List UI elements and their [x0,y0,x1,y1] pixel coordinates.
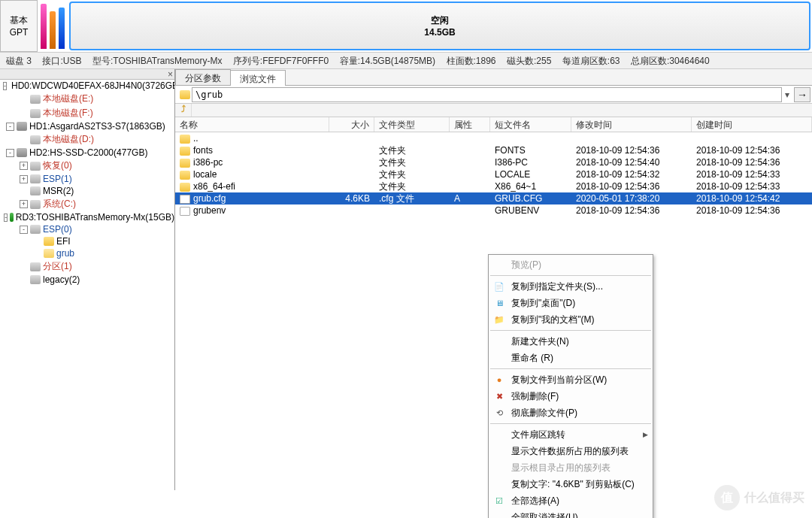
path-input[interactable] [192,87,782,102]
vol-icon [30,200,41,209]
bar-blue-icon [59,8,65,49]
list-item[interactable]: x86_64-efi文件夹X86_64~12018-10-09 12:54:36… [175,180,812,192]
watermark-icon: 值 [714,485,740,510]
tree-node[interactable]: +ESP(1) [0,173,174,185]
tree-node[interactable]: grub [0,247,174,259]
menu-item[interactable]: ●复制文件到当前分区(W) [489,371,653,388]
menu-label: 显示根目录占用的簇列表 [511,462,611,474]
tree-node[interactable]: 本地磁盘(F:) [0,106,174,120]
col-short[interactable]: 短文件名 [490,117,571,132]
menu-label: 复制文件到当前分区(W) [511,374,607,386]
list-item-up[interactable]: .. [175,132,812,144]
go-button[interactable]: → [794,87,810,102]
fldo-icon [44,249,54,258]
col-cre[interactable]: 创建时间 [692,117,812,132]
tree-node[interactable]: +恢复(0) [0,159,174,173]
vol-icon [30,162,41,171]
menu-label: 显示文件数据所占用的簇列表 [511,445,629,458]
col-mod[interactable]: 修改时间 [571,117,692,132]
tree-label: 本地磁盘(D:) [43,133,94,146]
tab-partition-params[interactable]: 分区参数 [175,69,231,85]
tree-node[interactable]: +系统(C:) [0,197,174,211]
menu-item[interactable]: 文件扇区跳转▶ [489,426,653,443]
tab-browse-files[interactable]: 浏览文件 [230,70,286,86]
folder-icon [180,183,190,192]
context-menu: 预览(P)📄复制到指定文件夹(S)...🖥复制到"桌面"(D)📁复制到"我的文档… [488,254,653,518]
tree-node[interactable]: EFI [0,235,174,247]
tree-node[interactable]: legacy(2) [0,274,174,286]
tree-node[interactable]: -ESP(0) [0,223,174,235]
folder-icon [180,90,190,99]
tree-toggle-icon[interactable]: - [6,123,14,131]
list-item[interactable]: fonts文件夹FONTS2018-10-09 12:54:362018-10-… [175,144,812,156]
col-attr[interactable]: 属性 [450,117,490,132]
partition-label: 空闲 [431,14,449,27]
folder-up-icon [180,135,190,144]
tree-toggle-icon[interactable]: + [20,200,28,208]
partition-map[interactable]: 空闲 14.5GB [68,0,812,52]
list-item[interactable]: grubenvGRUBENV2018-10-09 12:54:362018-10… [175,204,812,217]
col-type[interactable]: 文件类型 [374,117,450,132]
menu-item[interactable]: 复制文字: "4.6KB" 到剪贴板(C) [489,476,653,492]
tree-node[interactable]: 本地磁盘(D:) [0,132,174,147]
watermark-text: 什么值得买 [744,490,804,506]
col-name[interactable]: 名称 [175,117,329,132]
menu-item[interactable]: ⟲彻底删除文件(P) [489,404,653,421]
menu-item[interactable]: 📁复制到"我的文档"(M) [489,311,653,328]
tree-label: HD1:AsgardAS2TS3-S7(1863GB) [29,121,165,132]
menu-item[interactable]: 📄复制到指定文件夹(S)... [489,278,653,295]
vol-icon [30,262,41,271]
tree-toggle-icon[interactable]: - [6,149,14,157]
menu-item[interactable]: 全部取消选择(U) [489,509,653,518]
up-folder-button[interactable]: ⤴ [175,104,192,117]
list-item[interactable]: locale文件夹LOCALE2018-10-09 12:54:322018-1… [175,168,812,180]
watermark: 值 什么值得买 [714,485,804,510]
menu-item[interactable]: 🖥复制到"桌面"(D) [489,295,653,311]
tree-toggle-icon[interactable]: + [20,175,28,183]
updir-label: .. [193,133,198,144]
tree-node[interactable]: -HD0:WDCWD40EFAX-68JH4N0(3726GB) [0,80,174,92]
tree-toggle-icon[interactable]: + [20,162,28,170]
tree-toggle-icon[interactable]: - [4,214,8,222]
disk-tree-pane[interactable]: × -HD0:WDCWD40EFAX-68JH4N0(3726GB)本地磁盘(E… [0,69,175,490]
menu-label: 强制删除(F) [511,390,559,403]
menu-label: 复制到"我的文档"(M) [511,314,595,326]
rd-icon [10,213,14,222]
close-icon[interactable]: × [168,69,173,79]
tree-node[interactable]: -HD2:HS-SSD-C2000(477GB) [0,147,174,159]
tree-node[interactable]: -HD1:AsgardAS2TS3-S7(1863GB) [0,120,174,132]
menu-icon: ✖ [493,390,505,402]
menu-label: 全部选择(A) [511,495,559,507]
folder-icon [180,159,190,168]
tree-label: 恢复(0) [43,159,72,172]
menu-item[interactable]: 重命名 (R) [489,350,653,366]
tree-node[interactable]: MSR(2) [0,185,174,197]
disk-info-bar: 磁盘 3 接口:USB 型号:TOSHIBATransMemory-Mx 序列号… [0,53,812,69]
menu-item[interactable]: ☑全部选择(A) [489,492,653,509]
tree-toggle-icon[interactable]: - [3,82,7,90]
file-icon [180,195,190,204]
tree-toggle-icon[interactable]: - [20,226,28,234]
col-size[interactable]: 大小 [329,117,374,132]
list-item[interactable]: grub.cfg4.6KB.cfg 文件AGRUB.CFG2020-05-01 … [175,192,812,204]
tree-node[interactable]: -RD3:TOSHIBATransMemory-Mx(15GB) [0,211,174,223]
partition-style-box: 基本 GPT [0,0,38,52]
menu-item[interactable]: 新建文件夹(N) [489,333,653,350]
tree-label: HD0:WDCWD40EFAX-68JH4N0(3726GB) [11,80,175,91]
tree-node[interactable]: 分区(1) [0,259,174,274]
tree-label: MSR(2) [43,186,74,196]
partition-size: 14.5GB [424,27,455,38]
tree-node[interactable]: 本地磁盘(E:) [0,92,174,106]
tree-label: 本地磁盘(F:) [43,107,93,120]
menu-item[interactable]: 显示文件数据所占用的簇列表 [489,443,653,459]
list-item[interactable]: i386-pc文件夹I386-PC2018-10-09 12:54:402018… [175,156,812,168]
tree-label: 本地磁盘(E:) [43,92,93,105]
vol-icon [30,109,41,118]
partition-style-l2: GPT [10,27,29,38]
path-dropdown-icon[interactable]: ▾ [782,89,792,100]
menu-item[interactable]: ✖强制删除(F) [489,388,653,404]
column-headers[interactable]: 名称 大小 文件类型 属性 短文件名 修改时间 创建时间 [175,117,812,132]
fld-icon [44,237,54,246]
submenu-arrow-icon: ▶ [643,431,648,438]
disk-icon [17,148,27,157]
